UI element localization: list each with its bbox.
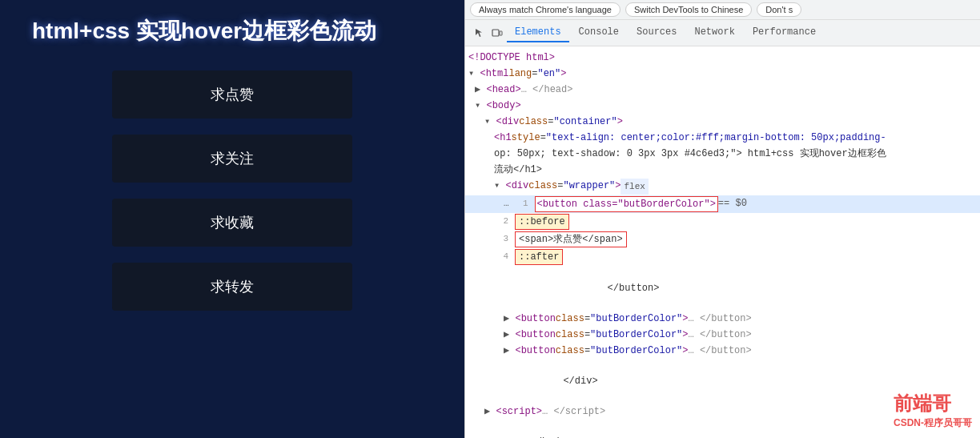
btn-collect[interactable]: 求收藏: [112, 199, 352, 247]
code-doctype: <!DOCTYPE html>: [465, 50, 980, 66]
devtools-toolbar: Elements Console Sources Network Perform…: [465, 20, 980, 46]
code-span: 3 <span>求点赞</span>: [465, 231, 980, 248]
code-div-container: ▾ <div class="container">: [465, 114, 980, 130]
elements-panel-code[interactable]: <!DOCTYPE html> ▾ <html lang="en"> ▶ <he…: [465, 46, 980, 438]
switch-to-chinese-btn[interactable]: Switch DevTools to Chinese: [625, 2, 752, 17]
button-wrapper: 求点赞 求关注 求收藏 求转发: [32, 70, 432, 311]
code-body-end: </body>: [465, 420, 980, 438]
code-button-selected[interactable]: … 1 <button class="butBorderColor"> == $…: [465, 195, 980, 213]
btn-follow[interactable]: 求关注: [112, 135, 352, 183]
code-after: 4 ::after: [465, 248, 980, 266]
left-panel: html+css 实现hover边框彩色流动 求点赞 求关注 求收藏 求转发: [0, 0, 464, 438]
code-div-end: </div>: [465, 359, 980, 404]
code-before: 2 ::before: [465, 213, 980, 231]
code-h1-end: 流动</h1>: [465, 162, 980, 178]
code-button3: ▶ <button class="butBorderColor"> … </bu…: [465, 327, 980, 343]
svg-rect-1: [500, 31, 502, 35]
page-title: html+css 实现hover边框彩色流动: [32, 16, 432, 46]
match-chrome-language-btn[interactable]: Always match Chrome's language: [470, 2, 621, 17]
dont-show-btn[interactable]: Don't s: [757, 2, 801, 17]
code-button4: ▶ <button class="butBorderColor"> … </bu…: [465, 343, 980, 359]
code-script: ▶ <script> … </script>: [465, 404, 980, 420]
code-head: ▶ <head> … </head>: [465, 82, 980, 98]
tab-elements[interactable]: Elements: [507, 23, 569, 42]
code-body: ▾ <body>: [465, 98, 980, 114]
language-bar: Always match Chrome's language Switch De…: [465, 0, 980, 20]
tab-performance[interactable]: Performance: [745, 23, 824, 42]
btn-like[interactable]: 求点赞: [112, 70, 352, 119]
devtools-panel: Always match Chrome's language Switch De…: [464, 0, 980, 438]
tab-network[interactable]: Network: [686, 23, 742, 42]
svg-rect-0: [492, 30, 499, 36]
code-button2: ▶ <button class="butBorderColor"> … </bu…: [465, 311, 980, 327]
device-toggle-icon[interactable]: [489, 25, 505, 41]
code-div-wrapper: ▾ <div class="wrapper"> flex: [465, 178, 980, 195]
tab-sources[interactable]: Sources: [629, 23, 685, 42]
code-html: ▾ <html lang="en">: [465, 66, 980, 82]
cursor-icon[interactable]: [472, 25, 488, 41]
btn-share[interactable]: 求转发: [112, 263, 352, 311]
code-h1: <h1 style="text-align: center;color:#fff…: [465, 130, 980, 146]
code-h1-cont: op: 50px; text-shadow: 0 3px 3px #4c6ed3…: [465, 146, 980, 162]
code-button-close: </button>: [465, 266, 980, 311]
tab-console[interactable]: Console: [571, 23, 627, 42]
